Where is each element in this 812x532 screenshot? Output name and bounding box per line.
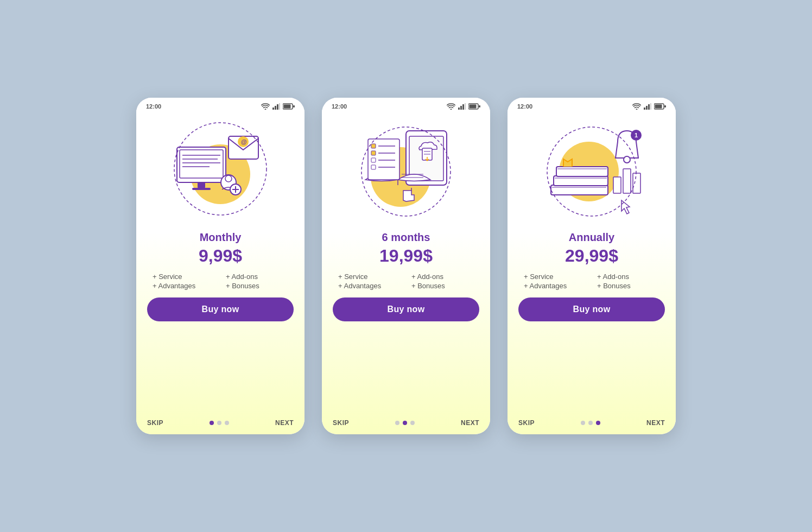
svg-rect-6 (293, 105, 295, 107)
svg-rect-24 (458, 107, 460, 110)
sixmonths-skip[interactable]: SKIP (333, 419, 349, 427)
svg-rect-57 (655, 105, 662, 109)
sixmonths-next[interactable]: NEXT (461, 419, 479, 427)
svg-rect-0 (272, 107, 274, 110)
svg-rect-55 (650, 103, 651, 110)
sixmonths-features: + Service + Add-ons + Advantages + Bonus… (333, 273, 479, 290)
annually-buy-button[interactable]: Buy now (518, 297, 665, 321)
battery-icon-2 (468, 103, 480, 110)
phone-annually: 12:00 (507, 98, 676, 434)
annually-next[interactable]: NEXT (646, 419, 665, 427)
svg-rect-7 (177, 147, 226, 182)
sixmonths-dots (395, 421, 415, 425)
annually-svg: 1 (537, 120, 646, 223)
monthly-dot-1 (210, 421, 214, 425)
signal-icon-3 (644, 103, 651, 110)
sixmonths-price: 19,99$ (379, 246, 433, 266)
status-icons-monthly (261, 103, 295, 110)
sixmonths-plan-name: 6 months (382, 231, 430, 244)
status-icons-6months (447, 103, 480, 110)
status-icons-annually (632, 103, 666, 110)
svg-rect-61 (554, 176, 608, 186)
svg-rect-27 (465, 103, 466, 110)
svg-rect-5 (284, 105, 291, 109)
status-bar-monthly: 12:00 (136, 98, 304, 112)
phones-container: 12:00 (136, 98, 676, 434)
annually-skip[interactable]: SKIP (518, 419, 535, 427)
svg-rect-30 (479, 105, 480, 107)
content-6months: 6 months 19,99$ + Service + Add-ons + Ad… (322, 231, 490, 415)
svg-rect-53 (646, 106, 648, 110)
wifi-icon-3 (632, 103, 641, 110)
monthly-price: 9,99$ (199, 246, 242, 266)
annually-plan-name: Annually (569, 231, 614, 244)
svg-rect-69 (623, 169, 631, 193)
time-monthly: 12:00 (146, 103, 161, 110)
svg-rect-52 (644, 107, 645, 110)
svg-rect-2 (277, 104, 278, 110)
svg-text:1: 1 (635, 132, 638, 138)
sixmonths-feature-1: + Service (338, 273, 401, 281)
signal-icon (272, 103, 280, 110)
time-annually: 12:00 (517, 103, 532, 110)
annually-feature-4: + Bonuses (597, 282, 659, 290)
svg-rect-14 (192, 188, 211, 190)
monthly-dots (210, 421, 229, 425)
illustration-monthly: @ (136, 112, 304, 231)
monthly-plan-name: Monthly (200, 231, 242, 244)
monthly-bottom-nav: SKIP NEXT (136, 415, 304, 434)
sixmonths-bottom-nav: SKIP NEXT (322, 415, 490, 434)
sixmonths-feature-2: + Add-ons (411, 273, 474, 281)
annually-price: 29,99$ (565, 246, 618, 266)
svg-text:@: @ (241, 138, 247, 145)
phone-sixmonths: 12:00 (322, 98, 490, 434)
phone-monthly: 12:00 (136, 98, 304, 434)
svg-rect-3 (279, 103, 280, 110)
wifi-icon-2 (447, 103, 455, 110)
svg-point-65 (624, 156, 630, 163)
svg-rect-49 (371, 165, 376, 169)
annually-bottom-nav: SKIP NEXT (507, 415, 676, 434)
svg-rect-59 (551, 185, 608, 195)
svg-rect-25 (460, 106, 462, 110)
monthly-feature-2: + Add-ons (226, 273, 288, 281)
monthly-dot-3 (225, 421, 229, 425)
svg-rect-13 (198, 182, 205, 188)
monthly-buy-button[interactable]: Buy now (147, 297, 294, 321)
annually-feature-1: + Service (524, 273, 586, 281)
svg-rect-1 (275, 106, 276, 110)
battery-icon (283, 103, 295, 110)
monthly-dot-2 (217, 421, 221, 425)
annually-feature-3: + Advantages (524, 282, 586, 290)
status-bar-6months: 12:00 (322, 98, 490, 112)
sixmonths-feature-4: + Bonuses (411, 282, 474, 290)
sixmonths-feature-3: + Advantages (338, 282, 401, 290)
svg-rect-63 (556, 167, 608, 176)
signal-icon-2 (458, 103, 466, 110)
wifi-icon (261, 103, 270, 110)
svg-point-19 (225, 175, 232, 182)
annually-dot-3 (596, 421, 600, 425)
svg-rect-43 (371, 144, 376, 148)
monthly-next[interactable]: NEXT (275, 419, 294, 427)
svg-rect-47 (371, 158, 376, 162)
monthly-skip[interactable]: SKIP (147, 419, 163, 427)
illustration-6months (322, 112, 490, 231)
content-annually: Annually 29,99$ + Service + Add-ons + Ad… (507, 231, 676, 415)
monthly-feature-3: + Advantages (153, 282, 215, 290)
svg-rect-29 (470, 105, 477, 109)
annually-features: + Service + Add-ons + Advantages + Bonus… (518, 273, 665, 290)
svg-rect-45 (371, 151, 376, 155)
svg-rect-26 (462, 104, 464, 110)
time-6months: 12:00 (332, 103, 347, 110)
illustration-annually: 1 (507, 112, 676, 231)
svg-rect-54 (648, 104, 650, 110)
content-monthly: Monthly 9,99$ + Service + Add-ons + Adva… (136, 231, 304, 415)
svg-rect-58 (664, 105, 666, 107)
annually-dot-2 (588, 421, 593, 425)
monthly-svg: @ (166, 120, 275, 223)
sixmonths-svg (352, 120, 460, 223)
sixmonths-buy-button[interactable]: Buy now (333, 297, 479, 321)
annually-dot-1 (581, 421, 585, 425)
sixmonths-dot-2 (403, 421, 407, 425)
